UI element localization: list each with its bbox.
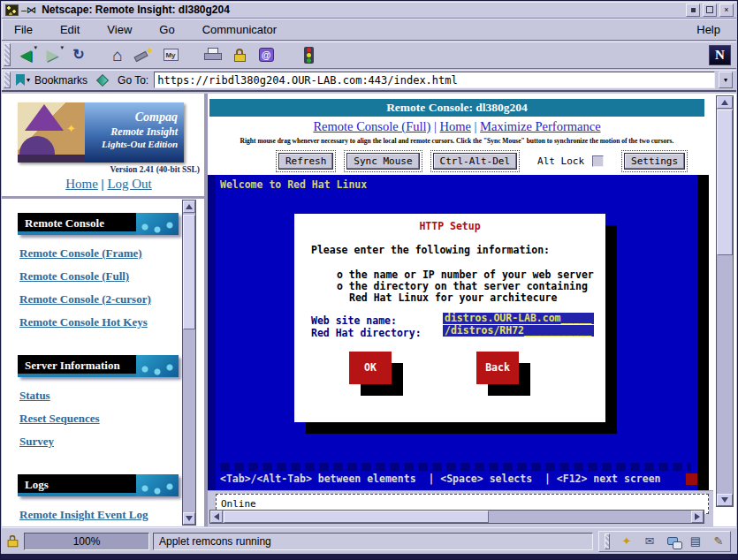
horizontal-scrollbar[interactable] xyxy=(209,510,704,524)
main-frame: Remote Console: dl380g204 Remote Console… xyxy=(208,94,736,526)
console-links: Remote Console (Full) | Home | Maximize … xyxy=(209,119,704,134)
sidebar-item-remote-console-frame[interactable]: Remote Console (Frame) xyxy=(19,246,204,261)
menu-file[interactable]: File xyxy=(12,21,34,38)
compaq-brand-logo: ✦ Compaq Remote Insight Lights-Out Editi… xyxy=(18,102,184,163)
forward-button[interactable]: ▶▾ xyxy=(39,43,65,66)
alt-lock-group: Alt Lock xyxy=(537,155,604,167)
section-header-server-information: Server Information xyxy=(18,355,179,377)
refresh-button[interactable]: Refresh xyxy=(278,153,333,170)
brand-text: Compaq Remote Insight Lights-Out Edition xyxy=(85,102,184,163)
sidebar-item-status[interactable]: Status xyxy=(19,389,204,403)
menu-communicator[interactable]: Communicator xyxy=(201,21,279,38)
menu-view[interactable]: View xyxy=(105,21,133,38)
window-menu-icon[interactable]: –⋈ xyxy=(21,5,36,15)
page-content: ✦ Compaq Remote Insight Lights-Out Editi… xyxy=(2,94,736,526)
composer-icon[interactable]: ✎ xyxy=(711,534,727,549)
hscrollbar-thumb[interactable] xyxy=(224,511,489,523)
goto-label: Go To: xyxy=(118,74,148,87)
sidebar-item-remote-console-hot-keys[interactable]: Remote Console Hot Keys xyxy=(19,315,204,329)
address-book-icon[interactable]: ▤ xyxy=(688,534,704,549)
remote-console-screen[interactable]: Welcome to Red Hat Linux HTTP Setup Plea… xyxy=(216,175,709,490)
web-site-name-label: Web site name: xyxy=(311,314,397,327)
minimize-button[interactable] xyxy=(686,4,700,17)
scroll-left-arrow[interactable] xyxy=(210,511,223,523)
reload-button[interactable]: ↻ xyxy=(65,43,92,66)
component-bar-grip[interactable] xyxy=(605,534,610,549)
security-button[interactable] xyxy=(226,43,253,66)
home-link[interactable]: Home xyxy=(65,177,98,191)
sync-mouse-button[interactable]: Sync Mouse xyxy=(346,153,419,170)
discussions-icon[interactable] xyxy=(665,534,681,549)
close-button[interactable]: × xyxy=(719,4,734,17)
netscape-mini-icon xyxy=(5,4,19,16)
search-button[interactable]: ✦ xyxy=(131,43,157,66)
back-button[interactable]: ◀▾ xyxy=(12,43,39,66)
console-banner: Welcome to Red Hat Linux xyxy=(220,178,367,191)
mailbox-icon[interactable]: ✉ xyxy=(642,534,658,549)
vscrollbar-thumb[interactable] xyxy=(717,110,733,255)
shop-button[interactable]: @ xyxy=(253,43,279,66)
sidebar-item-survey[interactable]: Survey xyxy=(19,435,204,449)
alt-lock-checkbox[interactable] xyxy=(592,155,604,167)
web-site-name-field[interactable]: distros.OUR-LAB.com_____ xyxy=(443,313,594,324)
page-proxy-icon[interactable] xyxy=(96,73,109,86)
sidebar-item-remote-insight-event-log[interactable]: Remote Insight Event Log xyxy=(19,508,204,522)
applet-left-margin xyxy=(208,175,216,490)
bookmarks-dropdown-icon[interactable]: ▾ xyxy=(27,76,30,84)
component-bar: ✦ ✉ ▤ ✎ xyxy=(598,531,731,552)
maximize-performance-link[interactable]: Maximize Performance xyxy=(480,119,600,133)
my-netscape-button[interactable]: My xyxy=(157,43,184,66)
maximize-button[interactable] xyxy=(703,4,717,17)
navigator-icon[interactable]: ✦ xyxy=(619,534,635,549)
location-bar: ▾ Bookmarks Go To: ▾ xyxy=(2,70,736,92)
redhat-directory-field[interactable]: /distros/RH72___________ xyxy=(443,325,594,337)
progress-indicator: 100% xyxy=(24,533,149,550)
back-button-dialog[interactable]: Back xyxy=(476,352,519,384)
remote-console-full-link[interactable]: Remote Console (Full) xyxy=(313,119,430,133)
vertical-scrollbar[interactable] xyxy=(716,95,734,507)
menu-help[interactable]: Help xyxy=(695,21,722,38)
ctrl-alt-del-button[interactable]: Ctrl-Alt-Del xyxy=(433,153,517,170)
scroll-up-arrow-main[interactable] xyxy=(717,96,733,109)
dialog-intro: Please enter the following information: xyxy=(311,244,550,256)
console-toolbar: Refresh Sync Mouse Ctrl-Alt-Del Alt Lock… xyxy=(278,153,685,170)
security-lock-icon[interactable] xyxy=(8,535,19,548)
status-bar: 100% Applet remcons running ✦ ✉ ▤ ✎ xyxy=(2,527,736,554)
navigation-toolbar: ◀▾ ▶▾ ↻ ⌂ ✦ My @ N xyxy=(2,42,736,69)
scroll-up-arrow[interactable] xyxy=(183,201,195,213)
sidebar-scrollbar[interactable] xyxy=(182,200,196,526)
url-input[interactable] xyxy=(154,72,715,88)
ok-button[interactable]: OK xyxy=(349,352,392,384)
print-button[interactable] xyxy=(200,43,226,66)
sidebar-item-reset-sequences[interactable]: Reset Sequences xyxy=(19,412,204,426)
session-links: Home | Log Out xyxy=(18,177,200,192)
title-bar[interactable]: –⋈ Netscape: Remote Insight: dl380g204 × xyxy=(2,2,736,19)
sidebar: ✦ Compaq Remote Insight Lights-Out Editi… xyxy=(2,94,208,526)
settings-button[interactable]: Settings xyxy=(624,153,685,170)
toolbar-grip[interactable] xyxy=(4,43,11,66)
scrollbar-thumb[interactable] xyxy=(183,215,195,329)
dialog-bullet-2-cont: Red Hat Linux for your architecure xyxy=(349,291,557,304)
console-right-margin xyxy=(697,175,709,490)
version-label: Version 2.41 (40-bit SSL) xyxy=(18,165,200,174)
menu-edit[interactable]: Edit xyxy=(58,21,81,38)
sidebar-item-remote-console-full[interactable]: Remote Console (Full) xyxy=(19,269,204,284)
window-title: Netscape: Remote Insight: dl380g204 xyxy=(42,4,230,16)
sidebar-header-pane: ✦ Compaq Remote Insight Lights-Out Editi… xyxy=(2,94,204,199)
url-dropdown-button[interactable]: ▾ xyxy=(719,72,733,88)
status-message: Applet remcons running xyxy=(153,533,593,550)
netscape-logo[interactable]: N xyxy=(709,45,731,65)
http-setup-dialog: HTTP Setup Please enter the following in… xyxy=(294,214,605,422)
scroll-right-arrow[interactable] xyxy=(691,511,704,523)
logout-link[interactable]: Log Out xyxy=(107,177,151,191)
bookmark-icon[interactable] xyxy=(16,74,25,86)
bookmarks-label[interactable]: Bookmarks xyxy=(34,74,87,87)
home-link-main[interactable]: Home xyxy=(440,119,471,133)
sidebar-item-remote-console-2cursor[interactable]: Remote Console (2-cursor) xyxy=(19,292,204,306)
location-bar-grip[interactable] xyxy=(4,72,11,88)
stop-button[interactable] xyxy=(295,43,322,66)
scroll-down-arrow-main[interactable] xyxy=(717,494,733,506)
home-button[interactable]: ⌂ xyxy=(104,43,131,66)
menu-go[interactable]: Go xyxy=(157,21,176,38)
scroll-down-arrow[interactable] xyxy=(183,512,195,525)
